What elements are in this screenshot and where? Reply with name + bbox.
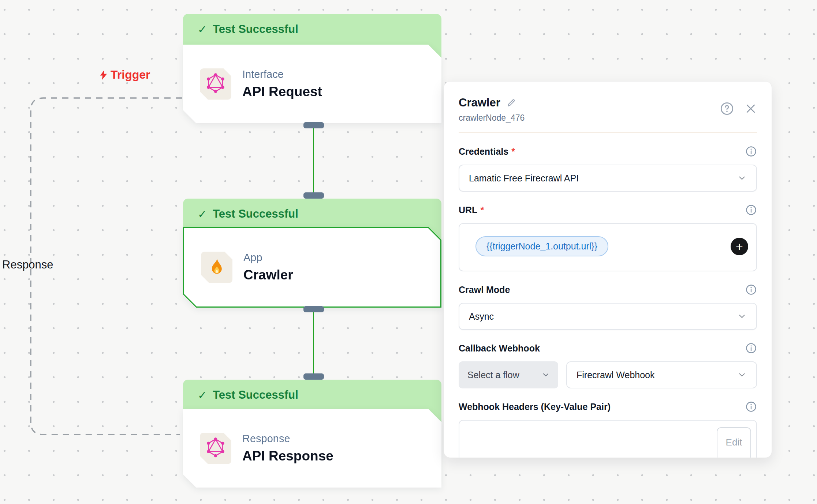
node1-status-text: Test Successful xyxy=(213,23,298,36)
node2-input-handle[interactable] xyxy=(303,192,324,199)
node2-category: App xyxy=(243,252,293,264)
credentials-value: Lamatic Free Firecrawl API xyxy=(469,173,579,184)
panel-title: Crawler xyxy=(459,96,500,109)
trigger-label-text: Trigger xyxy=(111,68,150,82)
check-icon: ✓ xyxy=(198,23,207,36)
info-icon[interactable] xyxy=(745,204,757,216)
webhook-select-value: Firecrawl Webhook xyxy=(577,370,655,380)
info-icon[interactable] xyxy=(745,146,757,157)
flow-select-value: Select a flow xyxy=(467,370,519,380)
edit-headers-button[interactable]: Edit xyxy=(717,427,751,458)
node1-category: Interface xyxy=(242,68,322,80)
graphql-icon xyxy=(200,68,231,100)
add-variable-button[interactable]: + xyxy=(731,238,748,255)
variable-chip[interactable]: {{triggerNode_1.output.url}} xyxy=(475,236,608,256)
chevron-down-icon xyxy=(541,371,550,379)
node-api-request[interactable]: ✓ Test Successful xyxy=(183,14,441,124)
edit-pencil-icon[interactable] xyxy=(506,98,516,108)
flow-select[interactable]: Select a flow xyxy=(459,361,558,388)
panel-divider xyxy=(459,132,757,133)
node-crawler[interactable]: ✓ Test Successful App Crawler xyxy=(183,199,441,308)
info-icon[interactable] xyxy=(745,284,757,296)
node3-status-text: Test Successful xyxy=(213,388,298,402)
flame-icon xyxy=(201,252,232,283)
edge-node1-node2 xyxy=(313,128,314,193)
chevron-down-icon xyxy=(737,312,747,321)
credentials-label: Credentials* xyxy=(459,146,515,157)
node3-category: Response xyxy=(242,433,333,445)
callback-webhook-label: Callback Webhook xyxy=(459,343,540,354)
check-icon: ✓ xyxy=(198,389,207,402)
node-config-panel: Crawler crawlerNode_476 xyxy=(444,81,772,458)
url-label: URL* xyxy=(459,205,484,215)
chevron-down-icon xyxy=(737,370,747,380)
response-label: Response xyxy=(2,258,53,271)
lightning-bolt-icon xyxy=(98,69,109,81)
credentials-select[interactable]: Lamatic Free Firecrawl API xyxy=(459,165,757,192)
node2-card[interactable]: App Crawler xyxy=(184,228,440,306)
webhook-headers-editor[interactable]: Edit xyxy=(459,420,757,458)
url-input[interactable]: {{triggerNode_1.output.url}} + xyxy=(459,223,757,271)
required-asterisk: * xyxy=(511,146,515,157)
required-asterisk: * xyxy=(480,205,484,215)
node-api-response[interactable]: ✓ Test Successful xyxy=(183,380,441,489)
node2-status-text: Test Successful xyxy=(213,207,298,221)
node2-output-handle[interactable] xyxy=(303,306,324,312)
crawl-mode-label: Crawl Mode xyxy=(459,285,510,295)
flow-canvas: Trigger Response ✓ Test Successful xyxy=(0,0,817,504)
node2-title: Crawler xyxy=(243,267,293,283)
check-icon: ✓ xyxy=(198,208,207,221)
graphql-icon xyxy=(200,433,231,464)
chevron-down-icon xyxy=(737,173,747,183)
crawl-mode-value: Async xyxy=(469,311,494,322)
info-icon[interactable] xyxy=(745,342,757,354)
crawl-mode-select[interactable]: Async xyxy=(459,303,757,330)
trigger-label: Trigger xyxy=(98,68,150,82)
node1-output-handle[interactable] xyxy=(303,122,324,128)
help-icon[interactable] xyxy=(720,101,734,116)
node-id: crawlerNode_476 xyxy=(459,113,525,123)
webhook-select[interactable]: Firecrawl Webhook xyxy=(566,361,757,388)
node2-selected-border: App Crawler xyxy=(183,227,441,308)
webhook-headers-label: Webhook Headers (Key-Value Pair) xyxy=(459,402,611,412)
node3-card[interactable]: Response API Response xyxy=(183,409,441,488)
node3-input-handle[interactable] xyxy=(303,373,324,380)
node1-title: API Request xyxy=(242,84,322,99)
node3-title: API Response xyxy=(242,448,333,464)
node1-card[interactable]: Interface API Request xyxy=(183,45,441,123)
edge-node2-node3 xyxy=(313,312,314,375)
info-icon[interactable] xyxy=(745,401,757,413)
close-icon[interactable] xyxy=(745,102,757,115)
